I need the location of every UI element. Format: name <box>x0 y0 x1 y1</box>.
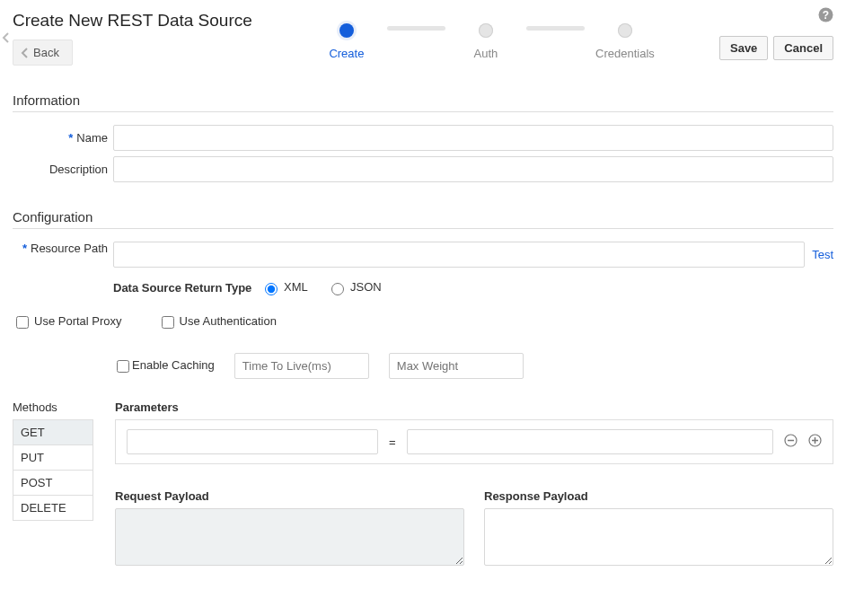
resource-path-label: Resource Path <box>31 242 108 255</box>
divider <box>13 228 833 229</box>
response-payload-textarea[interactable] <box>484 508 833 566</box>
enable-caching-checkbox[interactable] <box>117 360 129 373</box>
resource-path-input[interactable] <box>113 242 805 268</box>
parameters-title: Parameters <box>115 400 833 414</box>
method-item-post[interactable]: POST <box>13 470 93 495</box>
wizard-step-label: Create <box>329 47 364 60</box>
wizard-step-create[interactable]: Create <box>306 23 387 60</box>
response-payload-title: Response Payload <box>484 489 833 503</box>
use-portal-proxy-checkbox[interactable] <box>16 316 29 329</box>
section-title-information: Information <box>13 92 833 108</box>
description-label: Description <box>49 163 108 176</box>
section-title-configuration: Configuration <box>13 209 833 224</box>
method-item-get[interactable]: GET <box>13 419 93 444</box>
parameters-row: = <box>115 419 833 464</box>
return-type-xml-radio[interactable] <box>265 283 278 295</box>
wizard-stepper: Create Auth Credentials <box>252 7 719 60</box>
return-type-json-option[interactable]: JSON <box>327 280 381 294</box>
help-icon[interactable]: ? <box>818 7 833 27</box>
wizard-step-label: Credentials <box>595 47 655 60</box>
save-button[interactable]: Save <box>719 36 768 60</box>
max-weight-input[interactable] <box>389 353 524 379</box>
equals-sign: = <box>389 436 396 449</box>
wizard-step-auth[interactable]: Auth <box>445 23 526 60</box>
enable-caching-option[interactable]: Enable Caching <box>113 357 215 375</box>
collapse-arrow[interactable] <box>2 32 9 46</box>
add-param-icon[interactable] <box>808 434 822 450</box>
use-authentication-checkbox[interactable] <box>162 316 174 329</box>
method-item-delete[interactable]: DELETE <box>13 495 93 520</box>
required-mark: * <box>68 131 73 145</box>
wizard-bar <box>526 26 585 31</box>
svg-text:?: ? <box>823 9 829 22</box>
request-payload-textarea[interactable] <box>115 508 464 566</box>
ttl-input[interactable] <box>234 353 369 379</box>
name-label: Name <box>76 131 108 145</box>
chevron-left-icon <box>21 48 28 58</box>
param-key-input[interactable] <box>127 429 378 454</box>
page-title: Create New REST Data Source <box>13 11 252 31</box>
test-link[interactable]: Test <box>812 248 833 261</box>
wizard-step-label: Auth <box>474 47 498 60</box>
description-input[interactable] <box>113 156 833 182</box>
wizard-dot <box>339 23 354 38</box>
method-item-put[interactable]: PUT <box>13 444 93 470</box>
wizard-dot <box>618 23 632 38</box>
methods-title: Methods <box>13 400 93 414</box>
required-mark: * <box>22 242 27 255</box>
cancel-button[interactable]: Cancel <box>773 36 833 60</box>
return-type-json-radio[interactable] <box>331 283 344 295</box>
methods-list: GET PUT POST DELETE <box>13 419 93 521</box>
request-payload-title: Request Payload <box>115 489 464 503</box>
use-portal-proxy-option[interactable]: Use Portal Proxy <box>13 313 122 331</box>
wizard-step-credentials[interactable]: Credentials <box>585 23 665 60</box>
name-input[interactable] <box>113 125 833 151</box>
return-type-label: Data Source Return Type <box>113 281 251 295</box>
return-type-xml-option[interactable]: XML <box>260 280 307 294</box>
divider <box>13 111 833 112</box>
remove-param-icon[interactable] <box>784 434 798 450</box>
use-authentication-option[interactable]: Use Authentication <box>158 313 277 331</box>
back-label: Back <box>33 46 59 59</box>
back-button[interactable]: Back <box>13 40 73 66</box>
param-value-input[interactable] <box>407 429 773 454</box>
wizard-dot <box>479 23 493 38</box>
wizard-bar <box>387 26 445 31</box>
